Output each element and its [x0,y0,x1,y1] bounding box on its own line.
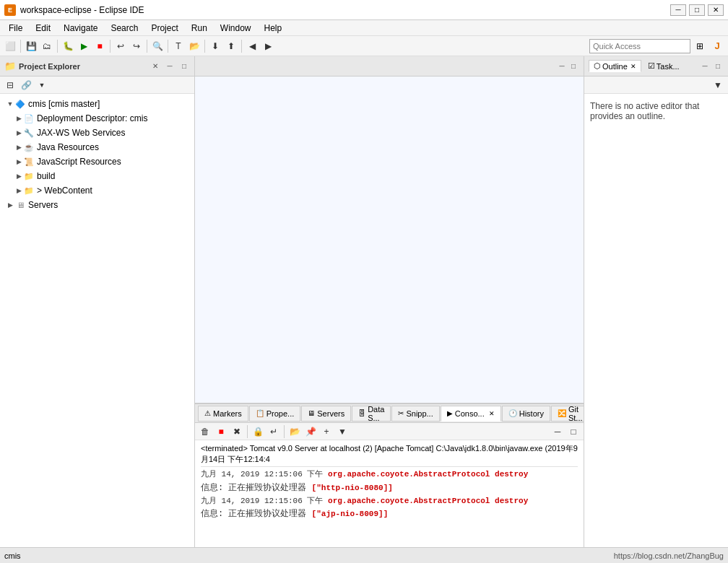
tab-task[interactable]: ☑ Task... [643,60,685,72]
menu-item-help[interactable]: Help [259,22,288,35]
bottom-tab-datas[interactable]: 🗄Data S... [352,406,391,422]
bottom-tab-servers[interactable]: 🖥Servers [301,406,351,422]
tab-label-1: Prope... [266,409,295,418]
open-resource-button[interactable]: 📂 [187,39,202,53]
tree-item-deployment[interactable]: ▶ 📄 Deployment Descriptor: cmis [0,111,194,126]
tree-item-js-resources[interactable]: ▶ 📜 JavaScript Resources [0,154,194,169]
new-console-button[interactable]: + [319,424,334,439]
status-bar: cmis https://blog.csdn.net/ZhangBug [0,547,728,563]
bottom-tab-history[interactable]: 🕐History [502,406,550,422]
tab-outline[interactable]: ⬡ Outline ✕ [589,60,641,72]
tab-label-4: Snipp... [406,409,433,418]
expand-arrow-js-res[interactable]: ▶ [14,158,23,165]
outline-tab-close[interactable]: ✕ [630,63,636,70]
menu-item-window[interactable]: Window [214,22,257,35]
tab-close-active[interactable]: ✕ [489,410,495,417]
perspective-open-button[interactable]: ⊞ [692,38,708,54]
outline-header: ⬡ Outline ✕ ☑ Task... ─ □ [584,56,728,77]
outline-tab-icon: ⬡ [594,61,601,71]
minimize-button[interactable]: ─ [670,4,686,16]
log-msg-2-colored: ["ajp-nio-8009]] [312,510,389,518]
tree-label-deployment: Deployment Descriptor: cmis [37,113,147,123]
toolbar: ⬜ 💾 🗂 🐛 ▶ ■ ↩ ↪ 🔍 T 📂 ⬇ ⬆ ◀ ▶ ⊞ J [0,36,728,56]
expand-arrow-webcontent[interactable]: ▶ [14,187,23,194]
open-file-button[interactable]: 📂 [287,424,302,439]
close-button[interactable]: ✕ [708,4,724,16]
open-type-button[interactable]: T [171,39,186,53]
bottom-tab-gitst[interactable]: 🔀Git St... [551,406,584,422]
clear-console-button[interactable]: 🗑 [198,424,212,439]
maximize-button[interactable]: □ [689,4,705,16]
bottom-tab-prope[interactable]: 📋Prope... [249,406,301,422]
menu-item-edit[interactable]: Edit [30,22,56,35]
project-explorer-panel: 📁 Project Explorer ✕ ─ □ ⊟ 🔗 ▼ ▼ 🔷 cmis … [0,56,195,547]
outline-minimize-icon[interactable]: ─ [699,61,711,72]
menu-item-project[interactable]: Project [145,22,183,35]
pe-maximize-icon[interactable]: □ [178,61,190,72]
console-maximize[interactable]: □ [566,424,581,439]
expand-arrow-build[interactable]: ▶ [14,173,23,180]
menu-item-navigate[interactable]: Navigate [58,22,103,35]
word-wrap-button[interactable]: ↵ [266,424,281,439]
console-view-menu[interactable]: ▼ [335,424,350,439]
scroll-lock-button[interactable]: 🔒 [251,424,265,439]
pe-minimize-icon[interactable]: ─ [164,61,176,72]
debug-button[interactable]: 🐛 [61,39,75,53]
outline-view-menu[interactable]: ▼ [711,78,725,92]
redo-button[interactable]: ↪ [129,39,144,53]
pe-view-menu[interactable]: ▼ [35,78,49,92]
save-all-button[interactable]: 🗂 [40,39,54,53]
console-minimize[interactable]: ─ [550,424,565,439]
tab-icon-7: 🔀 [558,409,566,417]
pin-console-button[interactable]: 📌 [303,424,318,439]
terminate-button[interactable]: ■ [214,424,228,439]
prev-ann-button[interactable]: ⬆ [224,39,238,53]
tree-item-java-resources[interactable]: ▶ ☕ Java Resources [0,140,194,154]
expand-arrow-servers[interactable]: ▶ [6,201,14,209]
tb-separator-4 [147,40,147,53]
tree-item-servers[interactable]: ▶ 🖥 Servers [0,198,194,212]
tree-label-webcontent: > WebContent [37,186,92,196]
tree-item-build[interactable]: ▶ 📁 build [0,169,194,183]
run-button[interactable]: ▶ [77,39,91,53]
prev-edit-button[interactable]: ◀ [245,39,259,53]
title-bar: E workspace-eclipse - Eclipse IDE ─ □ ✕ [0,0,728,20]
log-class-1: org.apache.coyote.AbstractProtocol destr… [328,470,528,479]
menu-item-file[interactable]: File [3,22,28,35]
editor-minimize-icon[interactable]: ─ [556,61,568,72]
bottom-tab-snipp[interactable]: ✂Snipp... [391,406,439,422]
next-edit-button[interactable]: ▶ [261,39,275,53]
quick-access-input[interactable] [593,42,665,51]
menu-item-search[interactable]: Search [105,22,144,35]
tree-item-webcontent[interactable]: ▶ 📁 > WebContent [0,183,194,198]
new-button[interactable]: ⬜ [3,39,17,53]
editor-maximize-icon[interactable]: □ [568,61,579,72]
tree-item-jaxws[interactable]: ▶ 🔧 JAX-WS Web Services [0,126,194,140]
log-class-2: org.apache.coyote.AbstractProtocol destr… [328,497,528,505]
pe-close-icon[interactable]: ✕ [150,61,161,72]
menu-item-run[interactable]: Run [186,22,213,35]
next-ann-button[interactable]: ⬇ [208,39,222,53]
expand-arrow-jaxws[interactable]: ▶ [14,129,23,136]
bottom-tab-markers[interactable]: ⚠Markers [198,406,248,422]
outline-content: There is no active editor that provides … [584,94,728,547]
expand-arrow-deployment[interactable]: ▶ [14,115,23,122]
remove-launch-button[interactable]: ✖ [230,424,244,439]
tab-label-7: Git St... [568,405,583,422]
expand-arrow-java-res[interactable]: ▶ [14,144,23,151]
bottom-tab-conso[interactable]: ▶Conso...✕ [441,406,501,422]
tab-label-2: Servers [317,409,344,418]
expand-arrow-cmis[interactable]: ▼ [6,100,14,108]
tree-item-cmis[interactable]: ▼ 🔷 cmis [cmis master] [0,97,194,111]
search-button[interactable]: 🔍 [150,39,165,53]
quick-access-box[interactable] [589,39,690,53]
pe-link-editor[interactable]: 🔗 [19,78,33,92]
stop-button[interactable]: ■ [92,39,107,53]
java-perspective-button[interactable]: J [709,38,725,54]
outline-maximize-icon[interactable]: □ [712,61,724,72]
save-button[interactable]: 💾 [24,39,38,53]
java-resources-icon: ☕ [23,141,35,153]
undo-button[interactable]: ↩ [113,39,128,53]
console-tb-sep1 [247,425,248,438]
pe-collapse-all[interactable]: ⊟ [3,78,17,92]
